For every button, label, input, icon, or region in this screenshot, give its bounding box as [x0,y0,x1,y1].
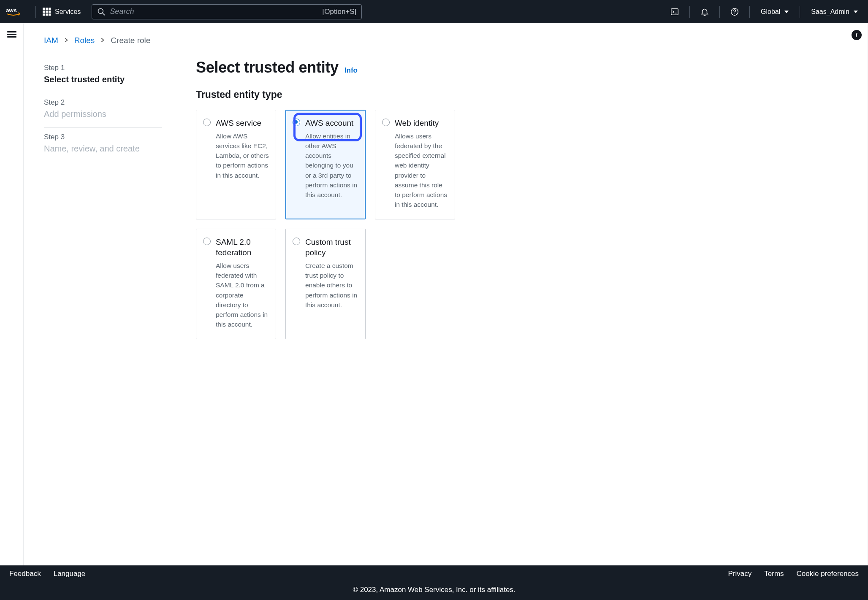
section-heading: Trusted entity type [196,89,847,100]
main-panel: Select trusted entity Info Trusted entit… [196,59,847,339]
tile-desc: Allow AWS services like EC2, Lambda, or … [216,131,269,180]
nav-divider [35,6,36,18]
chevron-right-icon [63,36,69,45]
tile-aws-account[interactable]: AWS account Allow entities in other AWS … [285,110,366,219]
cloudshell-button[interactable] [667,7,683,16]
step-title: Select trusted entity [44,75,162,84]
services-grid-icon [43,8,51,16]
top-nav: aws Services [Option+S] [0,0,868,23]
wizard-step-3[interactable]: Step 3 Name, review, and create [44,128,162,162]
cloudshell-icon [670,7,679,16]
nav-divider [749,6,750,18]
aws-logo[interactable]: aws [6,7,26,17]
search-box[interactable]: [Option+S] [92,4,362,19]
nav-divider [689,6,690,18]
breadcrumb-iam[interactable]: IAM [44,36,58,45]
wizard-step-2[interactable]: Step 2 Add permissions [44,93,162,128]
search-shortcut: [Option+S] [323,8,357,16]
tile-title: AWS service [216,118,269,129]
app-body: IAM Roles Create role Step 1 Select trus… [0,23,868,565]
footer-feedback[interactable]: Feedback [9,570,41,578]
svg-rect-3 [671,8,678,15]
page-title: Select trusted entity [196,59,339,76]
help-button[interactable] [727,7,743,16]
info-link[interactable]: Info [344,66,358,75]
notifications-button[interactable] [697,7,713,16]
user-menu[interactable]: Saas_Admin [807,8,862,16]
tile-desc: Create a custom trust policy to enable o… [305,261,358,310]
breadcrumb: IAM Roles Create role [44,36,847,45]
content-scroll[interactable]: IAM Roles Create role Step 1 Select trus… [23,23,868,565]
radio-icon [203,119,211,126]
footer-privacy[interactable]: Privacy [728,570,752,578]
left-rail [0,23,23,565]
step-label: Step 3 [44,133,162,141]
services-button[interactable]: Services [43,8,81,16]
wizard-steps: Step 1 Select trusted entity Step 2 Add … [44,59,162,339]
footer-copyright: © 2023, Amazon Web Services, Inc. or its… [0,582,868,600]
step-title: Add permissions [44,109,162,119]
nav-divider [719,6,720,18]
tile-custom-trust[interactable]: Custom trust policy Create a custom trus… [285,229,366,339]
tile-desc: Allow users federated with SAML 2.0 from… [216,261,269,330]
caret-down-icon [784,11,789,13]
tile-web-identity[interactable]: Web identity Allows users federated by t… [375,110,455,219]
breadcrumb-current: Create role [111,36,150,45]
sidebar-toggle[interactable] [7,30,16,39]
help-icon [730,7,739,16]
breadcrumb-roles[interactable]: Roles [74,36,95,45]
search-icon [97,8,106,16]
entity-type-tiles: AWS service Allow AWS services like EC2,… [196,110,847,339]
radio-icon [293,238,300,245]
region-label: Global [761,8,780,16]
radio-icon [293,119,300,126]
info-panel-toggle[interactable]: i [852,30,862,40]
region-selector[interactable]: Global [757,8,793,16]
search-input[interactable] [106,7,322,16]
tile-title: AWS account [305,118,358,129]
svg-point-6 [734,14,735,14]
tile-desc: Allow entities in other AWS accounts bel… [305,131,358,200]
tile-title: Web identity [395,118,448,129]
svg-line-2 [103,13,105,15]
step-title: Name, review, and create [44,144,162,154]
footer-language[interactable]: Language [54,570,86,578]
tile-desc: Allows users federated by the specified … [395,131,448,210]
caret-down-icon [854,11,858,13]
tile-aws-service[interactable]: AWS service Allow AWS services like EC2,… [196,110,276,219]
tile-title: Custom trust policy [305,237,358,258]
services-label: Services [55,8,81,16]
chevron-right-icon [100,36,106,45]
step-label: Step 2 [44,98,162,107]
step-label: Step 1 [44,64,162,72]
svg-text:aws: aws [6,7,17,13]
wizard-step-1[interactable]: Step 1 Select trusted entity [44,59,162,93]
footer-cookies[interactable]: Cookie preferences [797,570,859,578]
bell-icon [700,7,709,16]
page-title-row: Select trusted entity Info [196,59,847,76]
user-label: Saas_Admin [811,8,849,16]
footer-terms[interactable]: Terms [764,570,784,578]
tile-saml-federation[interactable]: SAML 2.0 federation Allow users federate… [196,229,276,339]
footer: Feedback Language Privacy Terms Cookie p… [0,565,868,600]
nav-divider [800,6,800,18]
tile-title: SAML 2.0 federation [216,237,269,258]
radio-icon [203,238,211,245]
radio-icon [382,119,390,126]
right-rail: i [845,23,868,40]
